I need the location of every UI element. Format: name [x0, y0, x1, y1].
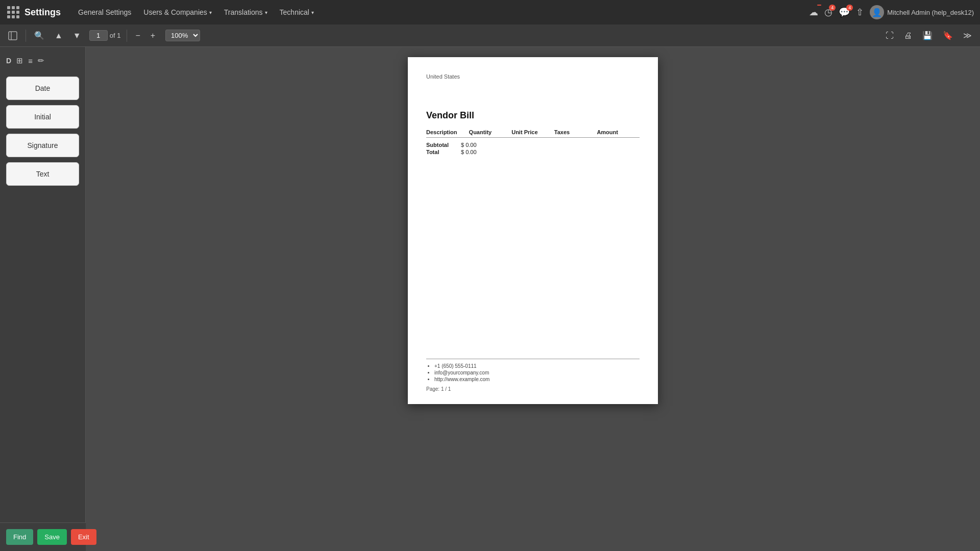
toolbar-right-actions: ⛶ 🖨 💾 🔖 ≫: [881, 29, 976, 42]
zoom-out-button[interactable]: −: [131, 29, 144, 42]
nav-general-settings[interactable]: General Settings: [73, 5, 136, 19]
col-quantity: Quantity: [469, 129, 512, 135]
zoom-in-button[interactable]: +: [146, 29, 159, 42]
edit-button[interactable]: ✏: [36, 55, 46, 66]
share-icon[interactable]: ⇧: [856, 7, 864, 18]
list-view-button[interactable]: ≡: [26, 55, 35, 66]
footer-email: info@yourcompany.com: [434, 370, 640, 375]
pdf-page: United States Vendor Bill Description Qu…: [408, 57, 658, 404]
more-tools-button[interactable]: ≫: [959, 29, 976, 42]
pdf-summary: Subtotal $ 0.00 Total $ 0.00: [426, 142, 640, 155]
separator: [26, 30, 26, 42]
pdf-viewer: United States Vendor Bill Description Qu…: [86, 47, 980, 551]
page-number: Page: 1 / 1: [426, 386, 640, 392]
prev-page-button[interactable]: ▲: [51, 29, 67, 42]
col-description: Description: [426, 129, 469, 135]
nav-technical[interactable]: Technical ▾: [275, 5, 319, 19]
left-sidebar: D ⊞ ≡ ✏ Date Initial Signature Text Find…: [0, 47, 86, 551]
exit-button[interactable]: Exit: [71, 529, 96, 545]
apps-menu-button[interactable]: [6, 5, 20, 19]
activity-icon[interactable]: ◷ 4: [824, 7, 832, 18]
avatar: 👤: [870, 5, 884, 19]
page-number-input[interactable]: [89, 30, 108, 41]
pdf-table-header: Description Quantity Unit Price Taxes Am…: [426, 129, 640, 138]
chevron-down-icon: ▾: [311, 10, 314, 15]
save-button[interactable]: Save: [37, 529, 67, 545]
activity-badge: 4: [829, 5, 836, 11]
page-total: of 1: [110, 32, 121, 39]
total-value: $ 0.00: [461, 149, 477, 155]
signature-field-button[interactable]: Signature: [6, 134, 79, 157]
col-amount: Amount: [597, 129, 640, 135]
main-menu: General Settings Users & Companies ▾ Tra…: [73, 5, 805, 19]
pdf-title: Vendor Bill: [426, 110, 640, 121]
upgrade-badge: [817, 5, 821, 6]
footer-phone: +1 (650) 555-0111: [434, 363, 640, 369]
subtotal-value: $ 0.00: [461, 142, 477, 148]
view-buttons: ⊞ ≡ ✏: [14, 55, 46, 66]
next-page-button[interactable]: ▼: [69, 29, 85, 42]
pdf-location: United States: [426, 73, 640, 80]
text-field-button[interactable]: Text: [6, 162, 79, 186]
subtotal-label: Subtotal: [426, 142, 457, 148]
chevron-down-icon: ▾: [209, 10, 212, 15]
zoom-select[interactable]: 100% 75% 125% 150%: [165, 30, 200, 41]
bottom-action-bar: Find Save Exit: [0, 522, 86, 551]
col-taxes: Taxes: [554, 129, 597, 135]
col-unit-price: Unit Price: [511, 129, 554, 135]
app-title: Settings: [24, 7, 61, 18]
user-menu[interactable]: 👤 Mitchell Admin (help_desk12): [870, 5, 974, 19]
nav-users-companies[interactable]: Users & Companies ▾: [138, 5, 217, 19]
zoom-control: 100% 75% 125% 150%: [165, 30, 200, 41]
sidebar-toggle-button[interactable]: [4, 29, 21, 42]
search-button[interactable]: 🔍: [30, 29, 48, 42]
grid-view-button[interactable]: ⊞: [14, 55, 25, 66]
svg-rect-0: [9, 32, 17, 40]
sidebar-toolbar: D ⊞ ≡ ✏: [6, 53, 79, 68]
total-row: Total $ 0.00: [426, 149, 640, 155]
download-button[interactable]: 💾: [918, 29, 937, 42]
initial-field-button[interactable]: Initial: [6, 105, 79, 129]
top-navigation: Settings General Settings Users & Compan…: [0, 0, 980, 24]
sidebar-d-button[interactable]: D: [6, 57, 11, 65]
upgrade-icon[interactable]: ☁: [809, 7, 818, 18]
subtotal-row: Subtotal $ 0.00: [426, 142, 640, 148]
print-button[interactable]: 🖨: [900, 29, 916, 42]
topnav-actions: ☁ ◷ 4 💬 4 ⇧ 👤 Mitchell Admin (help_desk1…: [809, 5, 974, 19]
date-field-button[interactable]: Date: [6, 77, 79, 100]
pdf-footer: +1 (650) 555-0111 info@yourcompany.com h…: [426, 359, 640, 392]
messages-icon[interactable]: 💬 4: [839, 7, 850, 18]
find-button[interactable]: Find: [6, 529, 33, 545]
page-indicator: of 1: [89, 30, 121, 41]
bookmark-button[interactable]: 🔖: [939, 29, 957, 42]
fullscreen-button[interactable]: ⛶: [881, 29, 898, 42]
user-name: Mitchell Admin (help_desk12): [887, 9, 974, 16]
pdf-toolbar: 🔍 ▲ ▼ of 1 − + 100% 75% 125% 150% ⛶ 🖨 💾 …: [0, 24, 980, 47]
main-area: D ⊞ ≡ ✏ Date Initial Signature Text Find…: [0, 47, 980, 551]
separator: [127, 30, 127, 42]
chevron-down-icon: ▾: [265, 10, 267, 15]
nav-translations[interactable]: Translations ▾: [219, 5, 273, 19]
total-label: Total: [426, 149, 457, 155]
footer-website: http://www.example.com: [434, 377, 640, 382]
messages-badge: 4: [846, 5, 853, 11]
